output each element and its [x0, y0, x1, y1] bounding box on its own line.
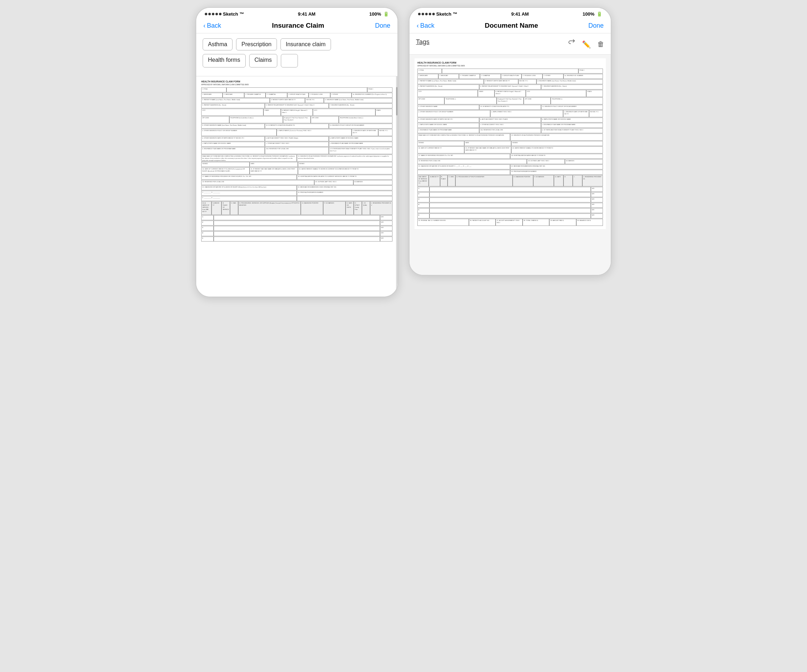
left-phone: Sketch ™ 9:41 AM 100% 🔋 ‹ Back Insurance… — [196, 7, 398, 297]
left-wifi-icon: ™ — [240, 12, 244, 17]
left-battery-icon: 🔋 — [383, 12, 389, 17]
right-time: 9:41 AM — [511, 12, 529, 17]
trash-icon[interactable]: 🗑 — [597, 40, 604, 48]
tag-insurance-claim[interactable]: Insurance claim — [281, 38, 331, 50]
right-signal-dots — [418, 13, 435, 15]
right-wifi-icon: ™ — [453, 12, 458, 17]
pencil-icon[interactable]: ✏️ — [582, 40, 591, 49]
right-doc-area: HEALTH INSURANCE CLAIM FORM APPROVED BY … — [410, 55, 611, 275]
left-status-bar: Sketch ™ 9:41 AM 100% 🔋 — [196, 8, 397, 19]
tag-health-forms[interactable]: Health forms — [203, 54, 246, 68]
left-hcfa-form: HEALTH INSURANCE CLAIM FORM APPROVED BY … — [201, 80, 392, 242]
share-icon[interactable] — [568, 40, 576, 49]
left-status-left: Sketch ™ — [205, 12, 244, 17]
left-tags-row-1: Asthma Prescription Insurance claim — [203, 38, 391, 50]
right-status-right: 100% 🔋 — [583, 12, 602, 17]
right-back-button[interactable]: ‹ Back — [417, 22, 434, 30]
tag-empty[interactable] — [281, 54, 298, 68]
left-form-subtitle: APPROVED BY NATIONAL UNIFORM CLAIM COMMI… — [201, 84, 392, 86]
right-nav-title: Document Name — [485, 22, 538, 30]
right-done-button[interactable]: Done — [588, 22, 604, 30]
right-nav-bar: ‹ Back Document Name Done — [410, 19, 611, 33]
right-status-bar: Sketch ™ 9:41 AM 100% 🔋 — [410, 8, 611, 19]
left-nav-title: Insurance Claim — [272, 22, 324, 30]
left-carrier: Sketch — [223, 12, 238, 17]
devices-container: Sketch ™ 9:41 AM 100% 🔋 ‹ Back Insurance… — [196, 7, 611, 297]
right-status-left: Sketch ™ — [418, 12, 458, 17]
right-tags-label: Tags — [416, 38, 430, 46]
left-tags-section: Asthma Prescription Insurance claim Heal… — [196, 33, 397, 76]
right-battery-pct: 100% — [583, 12, 594, 17]
signal-dots — [205, 13, 221, 15]
right-form-subtitle: APPROVED BY NATIONAL UNIFORM CLAIM COMMI… — [417, 65, 603, 68]
right-carrier: Sketch — [436, 12, 452, 17]
right-phone: Sketch ™ 9:41 AM 100% 🔋 ‹ Back Document … — [409, 7, 611, 276]
left-form-title: HEALTH INSURANCE CLAIM FORM — [201, 80, 392, 83]
left-done-button[interactable]: Done — [375, 22, 390, 30]
right-form-title: HEALTH INSURANCE CLAIM FORM — [417, 61, 603, 65]
right-battery-icon: 🔋 — [596, 12, 602, 17]
tag-prescription[interactable]: Prescription — [236, 38, 277, 50]
left-status-right: 100% 🔋 — [369, 12, 389, 17]
right-chevron-icon: ‹ — [417, 22, 419, 30]
tag-claims[interactable]: Claims — [249, 54, 277, 68]
left-nav-bar: ‹ Back Insurance Claim Done — [196, 19, 397, 33]
left-chevron-icon: ‹ — [203, 22, 206, 30]
left-time: 9:41 AM — [298, 12, 315, 17]
tag-asthma[interactable]: Asthma — [203, 38, 232, 50]
left-battery-pct: 100% — [369, 12, 381, 17]
right-back-label: Back — [420, 22, 434, 30]
right-hcfa-form: HEALTH INSURANCE CLAIM FORM APPROVED BY … — [415, 58, 606, 229]
left-doc-area: HEALTH INSURANCE CLAIM FORM APPROVED BY … — [196, 76, 397, 296]
left-tags-row-2: Health forms Claims — [203, 54, 391, 68]
left-back-button[interactable]: ‹ Back — [203, 22, 221, 30]
left-back-label: Back — [207, 22, 221, 30]
